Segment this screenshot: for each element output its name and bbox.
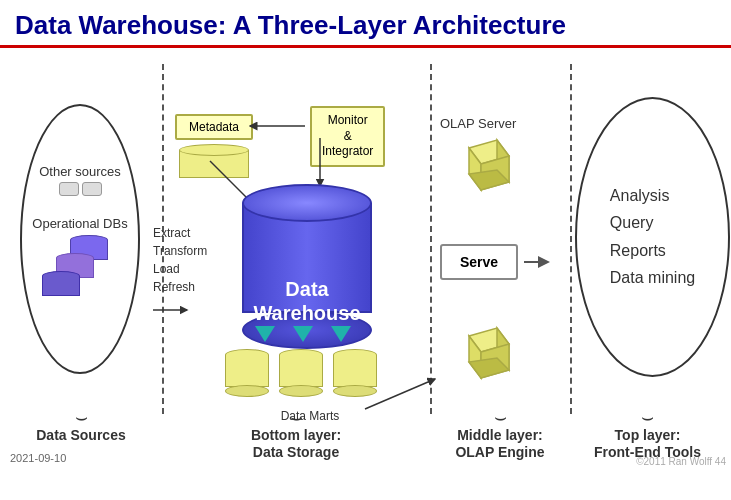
monitor-metadata-arrows xyxy=(175,106,335,166)
footer-bottom-layer: ⌣ Bottom layer: Data Storage xyxy=(162,407,430,461)
etl-section: Extract Transform Load Refresh xyxy=(153,224,207,318)
watermark: ©2011 Ran Wolff 44 xyxy=(636,456,726,467)
mart-cyl-2 xyxy=(279,349,323,397)
load-label: Load xyxy=(153,260,207,278)
sources-oval: Other sources Operational DBs xyxy=(20,104,140,374)
olap-server-label: OLAP Server xyxy=(440,116,516,131)
divider-3 xyxy=(570,64,572,414)
data-sources-col: Other sources Operational DBs xyxy=(5,69,155,409)
etl-arrow-icon xyxy=(153,302,193,318)
analysis-col: Analysis Query Reports Data mining xyxy=(575,84,730,389)
analysis-line: Analysis xyxy=(610,182,695,209)
serve-arrow-icon xyxy=(524,252,554,272)
reports-line: Reports xyxy=(610,237,695,264)
footer-middle-label: Middle layer: OLAP Engine xyxy=(455,427,544,461)
olap-cube-top xyxy=(455,136,513,198)
dw-to-marts-arrows xyxy=(255,326,351,342)
query-line: Query xyxy=(610,209,695,236)
olap-cube-bottom xyxy=(455,324,513,386)
transform-label: Transform xyxy=(153,242,207,260)
teal-arrow-2 xyxy=(293,326,313,342)
data-mining-line: Data mining xyxy=(610,264,695,291)
serve-section: Serve xyxy=(440,244,554,280)
teal-arrow-1 xyxy=(255,326,275,342)
footer-top-layer: ⌣ Top layer: Front-End Tools xyxy=(570,407,725,461)
footer: ⌣ Data Sources ⌣ Bottom layer: Data Stor… xyxy=(0,407,731,461)
analysis-text: Analysis Query Reports Data mining xyxy=(610,182,695,291)
operational-dbs-section: Operational DBs xyxy=(32,216,127,315)
footer-bottom-label: Bottom layer: Data Storage xyxy=(251,427,341,461)
footer-middle-layer: ⌣ Middle layer: OLAP Engine xyxy=(430,407,570,461)
data-marts-section xyxy=(225,349,377,397)
other-sources-label: Other sources xyxy=(39,164,121,196)
serve-box: Serve xyxy=(440,244,518,280)
footer-sources-label: Data Sources xyxy=(36,427,125,444)
divider-2 xyxy=(430,64,432,414)
mart-cyl-1 xyxy=(225,349,269,397)
data-warehouse-cylinder: Data Warehouse xyxy=(242,184,372,349)
analysis-oval: Analysis Query Reports Data mining xyxy=(575,97,730,377)
extract-label: Extract xyxy=(153,224,207,242)
refresh-label: Refresh xyxy=(153,278,207,296)
teal-arrow-3 xyxy=(331,326,351,342)
date-label: 2021-09-10 xyxy=(10,452,66,464)
footer-data-sources: ⌣ Data Sources xyxy=(0,407,162,444)
svg-line-10 xyxy=(365,379,435,409)
page-title: Data Warehouse: A Three-Layer Architectu… xyxy=(0,0,731,48)
